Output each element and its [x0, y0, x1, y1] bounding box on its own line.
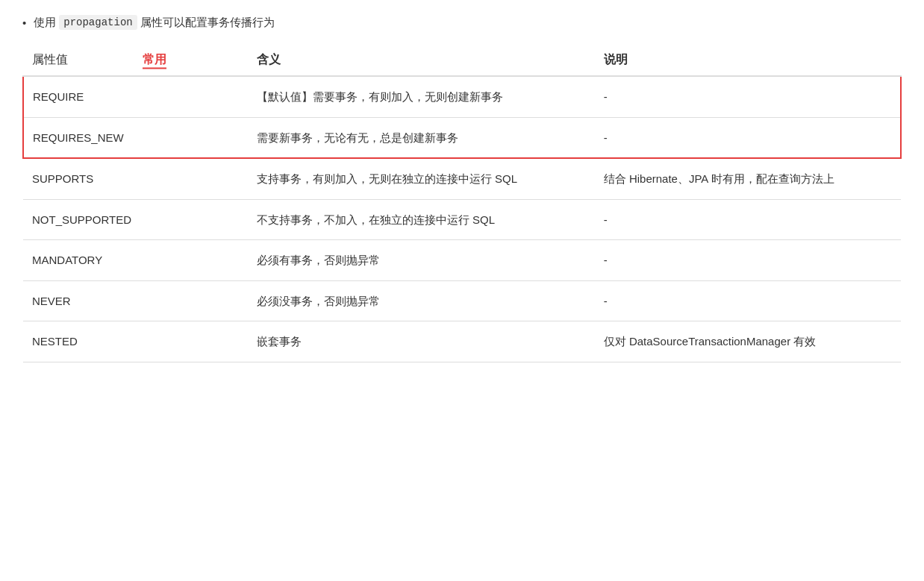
cell-note: -: [595, 76, 901, 117]
cell-meaning: 必须没事务，否则抛异常: [248, 280, 595, 321]
table-row: MANDATORY 必须有事务，否则抛异常 -: [23, 240, 901, 281]
table-row: NESTED 嵌套事务 仅对 DataSourceTransactionMana…: [23, 321, 901, 362]
cell-meaning: 不支持事务，不加入，在独立的连接中运行 SQL: [248, 199, 595, 240]
cell-attr: NEVER: [23, 280, 248, 321]
intro-line: • 使用 propagation 属性可以配置事务传播行为: [22, 15, 902, 30]
cell-note: -: [595, 117, 901, 158]
cell-attr: REQUIRE: [23, 76, 248, 117]
table-row: SUPPORTS 支持事务，有则加入，无则在独立的连接中运行 SQL 结合 Hi…: [23, 158, 901, 199]
cell-attr: REQUIRES_NEW: [23, 117, 248, 158]
propagation-code: propagation: [59, 15, 137, 30]
table-wrapper: 属性值 常用 含义 说明 REQUIRE 【默认值】需要事务，有则加入，无则创建…: [22, 45, 902, 362]
header-attr: 属性值 常用: [23, 45, 248, 76]
cell-meaning: 需要新事务，无论有无，总是创建新事务: [248, 117, 595, 158]
cell-meaning: 嵌套事务: [248, 321, 595, 362]
table-row: NOT_SUPPORTED 不支持事务，不加入，在独立的连接中运行 SQL -: [23, 199, 901, 240]
table-row: NEVER 必须没事务，否则抛异常 -: [23, 280, 901, 321]
propagation-table: 属性值 常用 含义 说明 REQUIRE 【默认值】需要事务，有则加入，无则创建…: [22, 45, 902, 362]
intro-text-after: 属性可以配置事务传播行为: [140, 16, 275, 30]
bullet: •: [22, 16, 26, 29]
header-note: 说明: [595, 45, 901, 76]
cell-note: -: [595, 280, 901, 321]
cell-meaning: 支持事务，有则加入，无则在独立的连接中运行 SQL: [248, 158, 595, 199]
cell-note: 结合 Hibernate、JPA 时有用，配在查询方法上: [595, 158, 901, 199]
intro-text-before: 使用: [34, 16, 56, 30]
header-meaning: 含义: [248, 45, 595, 76]
table-row: REQUIRES_NEW 需要新事务，无论有无，总是创建新事务 -: [23, 117, 901, 158]
common-label: 常用: [143, 51, 166, 69]
cell-attr: SUPPORTS: [23, 158, 248, 199]
cell-note: 仅对 DataSourceTransactionManager 有效: [595, 321, 901, 362]
cell-attr: NOT_SUPPORTED: [23, 199, 248, 240]
cell-attr: MANDATORY: [23, 240, 248, 281]
cell-note: -: [595, 240, 901, 281]
cell-note: -: [595, 199, 901, 240]
cell-meaning: 必须有事务，否则抛异常: [248, 240, 595, 281]
table-row: REQUIRE 【默认值】需要事务，有则加入，无则创建新事务 -: [23, 76, 901, 117]
cell-meaning: 【默认值】需要事务，有则加入，无则创建新事务: [248, 76, 595, 117]
cell-attr: NESTED: [23, 321, 248, 362]
